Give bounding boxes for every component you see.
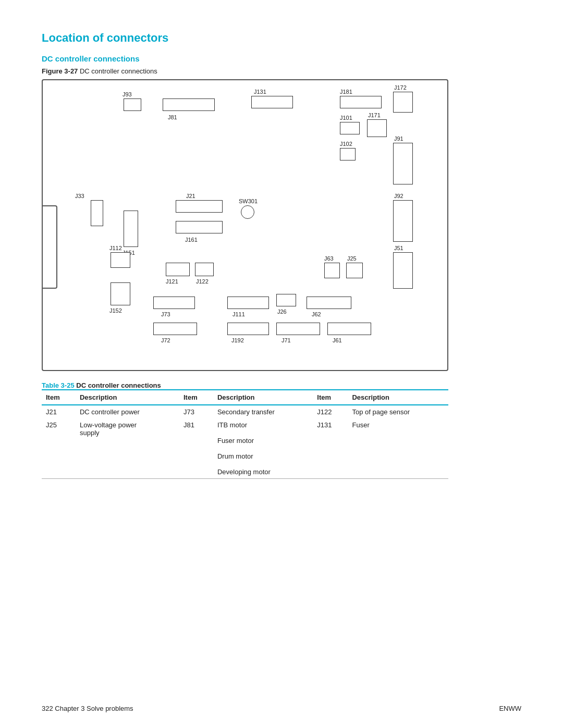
left-cutout	[42, 205, 57, 289]
connector-box	[176, 200, 223, 213]
col-item1: Item	[42, 390, 76, 405]
figure-label: Figure 3-27	[42, 67, 78, 75]
figure-caption-text2: DC controller connections	[80, 67, 157, 75]
table-cell: Low-voltage powersupply	[76, 418, 179, 479]
connector-box	[124, 211, 138, 247]
connector-label: J72	[161, 337, 170, 343]
connector-label: J181	[340, 89, 352, 95]
connector-label: J131	[254, 89, 266, 95]
connector-box	[153, 297, 195, 309]
connector-box	[276, 294, 296, 306]
col-desc2: Description	[213, 390, 313, 405]
table-cell: J131	[313, 418, 348, 479]
connector-box	[195, 263, 214, 276]
table-cell: J73	[179, 405, 213, 418]
connector-box	[393, 143, 413, 184]
connector-box	[176, 221, 223, 233]
connector-diagram: J93J81J131J181J172J101J171J102J91J33J151…	[42, 79, 448, 371]
sw301-circle	[241, 205, 254, 219]
connector-box	[251, 96, 293, 108]
table-cell: J122	[313, 405, 348, 418]
connector-box	[124, 98, 141, 111]
page-footer: 322 Chapter 3 Solve problems ENWW	[42, 705, 521, 712]
connector-label: J172	[394, 84, 407, 91]
footer-right: ENWW	[499, 705, 521, 712]
table-title-row: Table 3-25 DC controller connections	[42, 381, 521, 389]
connector-box	[91, 200, 103, 226]
table-cell: J25	[42, 418, 76, 479]
table-label: Table 3-25	[42, 381, 75, 389]
table-header-row: Item Description Item Description Item D…	[42, 390, 448, 405]
table-cell: Fuser	[348, 418, 448, 479]
connector-label: J73	[161, 311, 170, 317]
connector-label: J112	[109, 245, 122, 251]
connector-box	[163, 98, 215, 111]
figure-caption: Figure 3-27 DC controller connections	[42, 67, 521, 75]
connector-label: J21	[186, 193, 195, 199]
connector-label: J81	[168, 114, 177, 120]
connector-box	[327, 323, 371, 335]
section-title: DC controller connections	[42, 54, 521, 63]
connector-label: J111	[232, 311, 245, 317]
connector-label: J61	[333, 337, 342, 343]
connector-box	[324, 263, 340, 278]
connector-box	[340, 122, 360, 134]
connector-label: J33	[75, 193, 84, 199]
connector-label: J71	[282, 337, 291, 343]
connector-box	[307, 297, 351, 309]
table-cell: Secondary transfer	[213, 405, 313, 418]
connector-label: J91	[394, 135, 403, 142]
connector-box	[367, 119, 387, 137]
connector-label: J102	[340, 141, 352, 147]
table-cell: DC controller power	[76, 405, 179, 418]
connector-box	[153, 323, 197, 335]
connector-box	[166, 263, 190, 276]
connector-box	[340, 148, 356, 161]
connector-label: J161	[185, 237, 198, 243]
col-desc3: Description	[348, 390, 448, 405]
table-name: DC controller connections	[76, 381, 161, 389]
connector-box	[227, 323, 269, 335]
connector-label: J93	[123, 91, 132, 97]
connector-box	[340, 96, 382, 108]
dc-connections-table: Item Description Item Description Item D…	[42, 389, 448, 479]
connector-label: J92	[394, 193, 403, 199]
table-cell: J21	[42, 405, 76, 418]
connector-box	[227, 297, 269, 309]
connector-box	[111, 252, 130, 268]
connector-label: J62	[312, 311, 321, 317]
connector-label: J121	[166, 278, 178, 285]
footer-left: 322 Chapter 3 Solve problems	[42, 705, 133, 712]
connector-box	[393, 252, 413, 289]
connector-label: J25	[347, 255, 357, 262]
connector-box	[276, 323, 320, 335]
connector-box	[346, 263, 363, 278]
table-row: J25Low-voltage powersupplyJ81ITB motorFu…	[42, 418, 448, 479]
table-cell: Top of page sensor	[348, 405, 448, 418]
connector-label: J63	[324, 255, 334, 262]
connector-box	[111, 282, 130, 305]
sw301-label: SW301	[239, 198, 258, 204]
page-title: Location of connectors	[42, 31, 521, 45]
col-item2: Item	[179, 390, 213, 405]
connector-label: J122	[196, 278, 209, 285]
connector-label: J152	[109, 307, 122, 314]
connector-label: J171	[368, 112, 381, 118]
table-cell: ITB motorFuser motorDrum motorDeveloping…	[213, 418, 313, 479]
table-cell: J81	[179, 418, 213, 479]
connector-label: J51	[394, 245, 403, 251]
table-row: J21DC controller powerJ73Secondary trans…	[42, 405, 448, 418]
col-item3: Item	[313, 390, 348, 405]
connector-box	[393, 92, 413, 113]
connector-box	[393, 200, 413, 242]
connector-label: J26	[277, 309, 287, 315]
connector-label: J192	[231, 337, 244, 343]
col-desc1: Description	[76, 390, 179, 405]
connector-label: J101	[340, 115, 352, 121]
